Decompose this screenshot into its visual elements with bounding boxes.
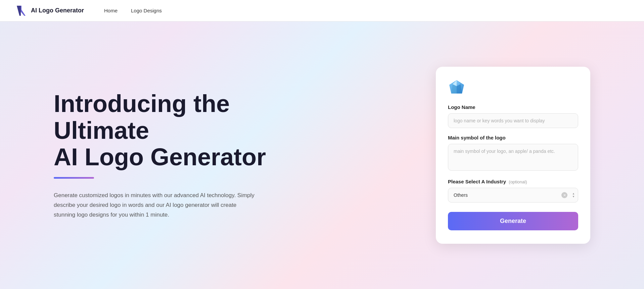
navbar: AI Logo Generator Home Logo Designs — [0, 0, 644, 21]
logo-name-label: Logo Name — [448, 104, 578, 110]
symbol-label: Main symbol of the logo — [448, 135, 578, 140]
hero-content: Introducing the Ultimate AI Logo Generat… — [54, 91, 306, 220]
generate-button[interactable]: Generate — [448, 212, 578, 230]
hero-title: Introducing the Ultimate AI Logo Generat… — [54, 91, 306, 170]
industry-clear-button[interactable]: ✕ — [561, 192, 567, 198]
hero-section: Introducing the Ultimate AI Logo Generat… — [0, 21, 644, 289]
gem-icon — [448, 79, 465, 96]
logo-icon — [13, 4, 28, 18]
industry-label: Please Select A Industry (optional) — [448, 179, 578, 184]
industry-select[interactable]: Others Technology Finance Healthcare Edu… — [448, 188, 578, 203]
form-card: Logo Name Main symbol of the logo Please… — [436, 67, 590, 244]
nav-logo-text: AI Logo Generator — [31, 7, 84, 14]
logo-name-input[interactable] — [448, 113, 578, 128]
hero-title-line3: AI Logo Generator — [54, 143, 266, 170]
symbol-textarea[interactable] — [448, 144, 578, 171]
hero-title-line2: Ultimate — [54, 117, 149, 144]
hero-description: Generate customized logos in minutes wit… — [54, 191, 255, 220]
nav-link-logo-designs[interactable]: Logo Designs — [131, 8, 162, 13]
industry-optional: (optional) — [509, 179, 527, 184]
industry-select-wrapper: Others Technology Finance Healthcare Edu… — [448, 188, 578, 203]
nav-link-home[interactable]: Home — [104, 8, 118, 13]
nav-logo[interactable]: AI Logo Generator — [13, 4, 84, 18]
hero-title-line1: Introducing the — [54, 90, 230, 117]
hero-underline — [54, 177, 94, 179]
nav-links: Home Logo Designs — [104, 8, 162, 13]
